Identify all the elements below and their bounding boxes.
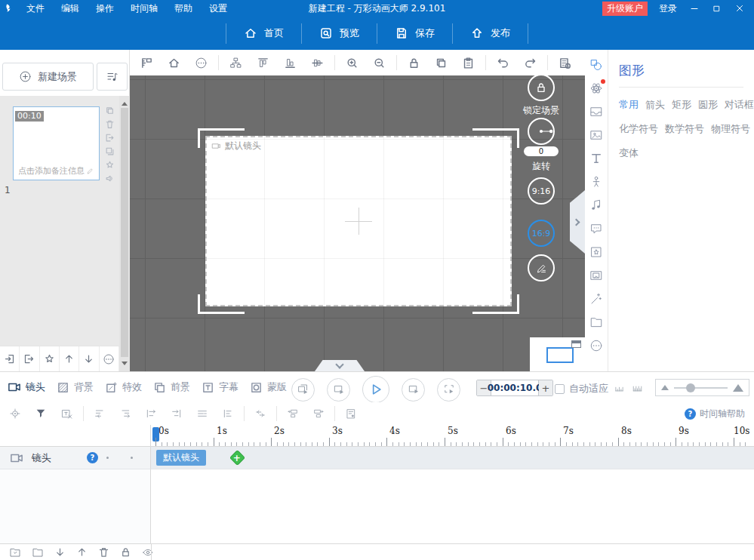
scale-compact-icon[interactable]	[613, 383, 626, 394]
timeline-help-button[interactable]: ? 时间轴帮助	[685, 408, 745, 420]
category-physics[interactable]: 物理符号	[711, 122, 750, 136]
align-center-icon[interactable]	[311, 57, 324, 69]
duplicate-scene-icon[interactable]	[105, 146, 115, 156]
align-clip-end-icon[interactable]	[171, 408, 183, 420]
play-selection-button[interactable]	[437, 378, 460, 402]
align-clip-start-icon[interactable]	[145, 408, 157, 420]
play-button[interactable]	[362, 376, 389, 403]
add-to-folder-icon[interactable]	[9, 546, 21, 558]
scroll-up-icon[interactable]	[122, 99, 128, 106]
effects-tab-icon[interactable]	[589, 245, 603, 259]
menu-help[interactable]: 帮助	[166, 0, 201, 17]
merge-clips-icon[interactable]	[196, 408, 208, 420]
track-option-dot[interactable]	[106, 457, 109, 459]
upgrade-account-button[interactable]: 升级账户	[602, 2, 648, 16]
delete-icon[interactable]	[98, 546, 109, 558]
lock-object-icon[interactable]	[408, 57, 420, 69]
saved-presets-icon[interactable]	[345, 408, 357, 420]
category-common[interactable]: 常用	[619, 98, 639, 112]
align-clip-left-icon[interactable]	[94, 408, 106, 420]
shift-right-icon[interactable]	[312, 408, 325, 420]
menu-timeline[interactable]: 时间轴	[122, 0, 166, 17]
image-tab-icon[interactable]	[589, 128, 603, 142]
track-lane[interactable]: 默认镜头 +	[151, 447, 754, 469]
science-tab[interactable]	[589, 82, 603, 95]
speech-bubble-tab-icon[interactable]	[589, 222, 603, 235]
zoom-in-icon[interactable]	[346, 57, 359, 69]
zoom-out-icon[interactable]	[373, 57, 386, 69]
tab-camera[interactable]: 镜头	[8, 380, 45, 394]
rotate-dial[interactable]	[528, 118, 555, 145]
tab-effects[interactable]: 特效	[105, 380, 142, 394]
more-tools-icon[interactable]	[195, 57, 208, 69]
menu-file[interactable]: 文件	[18, 0, 53, 17]
save-button[interactable]: 保存	[377, 26, 452, 40]
align-bottom-icon[interactable]	[284, 57, 297, 69]
category-chemistry[interactable]: 化学符号	[619, 122, 658, 136]
ratio-16-9-button[interactable]: 16:9	[528, 220, 555, 247]
redo-icon[interactable]	[524, 57, 537, 69]
track-option-dot[interactable]	[131, 457, 133, 459]
canvas-workspace[interactable]: 默认镜头 锁定场景 0 旋转 9:16 16:9	[130, 75, 585, 371]
slider-track[interactable]	[674, 387, 728, 389]
scale-expanded-icon[interactable]	[630, 383, 645, 394]
timeline-body[interactable]	[0, 469, 754, 543]
camera-clip[interactable]: 默认镜头	[156, 450, 206, 466]
import-scene-button[interactable]	[0, 346, 20, 371]
ruler-tool-icon[interactable]	[140, 57, 153, 69]
minimize-button[interactable]	[688, 3, 700, 14]
autofit-checkbox[interactable]	[555, 384, 565, 394]
scroll-down-icon[interactable]	[122, 362, 128, 368]
play-from-here-button[interactable]	[402, 378, 425, 402]
copy-icon[interactable]	[435, 57, 448, 69]
new-scene-button[interactable]: 新建场景	[2, 63, 94, 91]
home-view-icon[interactable]	[168, 57, 180, 69]
menu-edit[interactable]: 编辑	[53, 0, 88, 17]
music-tab-icon[interactable]	[589, 198, 603, 212]
minimap[interactable]	[530, 337, 585, 371]
tab-mask[interactable]: 蒙版	[250, 380, 287, 394]
move-scene-down-button[interactable]	[79, 346, 99, 371]
paste-icon[interactable]	[462, 57, 475, 69]
distribute-tree-icon[interactable]	[229, 57, 242, 69]
track-help-button[interactable]: ?	[87, 452, 98, 463]
delete-scene-icon[interactable]	[105, 119, 115, 129]
library-drawer-icon[interactable]	[589, 105, 603, 118]
collapse-canvas-tab[interactable]	[315, 360, 365, 371]
group-clips-icon[interactable]	[222, 408, 234, 420]
expand-panel-handle[interactable]	[570, 190, 585, 254]
favorite-scene-icon[interactable]	[105, 160, 115, 170]
publish-button[interactable]: 发布	[453, 26, 528, 40]
category-circle[interactable]: 圆形	[698, 98, 718, 112]
lock-track-icon[interactable]	[120, 546, 131, 558]
home-button[interactable]: 首页	[226, 26, 301, 40]
tab-foreground[interactable]: 前景	[153, 380, 190, 394]
scene-sound-icon[interactable]	[105, 174, 115, 183]
history-icon[interactable]	[559, 57, 571, 69]
edit-camera-button[interactable]	[528, 254, 555, 282]
folder-tab-icon[interactable]	[589, 315, 603, 329]
menu-operate[interactable]: 操作	[88, 0, 122, 17]
scene-note-list-button[interactable]	[97, 63, 128, 91]
move-scene-up-button[interactable]	[60, 346, 79, 371]
category-math[interactable]: 数学符号	[665, 122, 704, 136]
slider-handle[interactable]	[686, 383, 695, 392]
category-dialog[interactable]: 对话框	[725, 98, 754, 112]
move-up-icon[interactable]	[76, 546, 88, 558]
menu-settings[interactable]: 设置	[201, 0, 235, 17]
shapes-tab-icon[interactable]	[589, 58, 603, 72]
add-keyframe-button[interactable]: +	[229, 450, 245, 466]
duration-increase-button[interactable]: +	[539, 380, 552, 395]
locate-playhead-icon[interactable]	[9, 408, 21, 420]
category-arrow[interactable]: 箭头	[645, 98, 665, 112]
export-scene-icon[interactable]	[105, 133, 115, 143]
video-tab-icon[interactable]	[589, 269, 603, 282]
move-down-icon[interactable]	[54, 546, 66, 558]
visibility-eye-icon[interactable]	[142, 546, 154, 558]
scrollbar-thumb[interactable]	[121, 108, 128, 357]
offset-clips-icon[interactable]	[254, 408, 266, 420]
stage[interactable]	[205, 136, 512, 306]
scene-note-placeholder[interactable]: 点击添加备注信息	[14, 165, 99, 177]
category-rectangle[interactable]: 矩形	[672, 98, 691, 112]
play-all-scenes-button[interactable]	[291, 378, 315, 402]
